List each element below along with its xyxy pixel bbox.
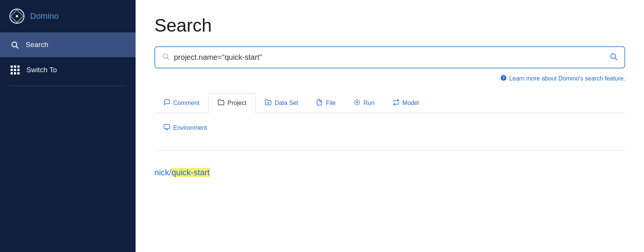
result-divider [154,150,625,150]
svg-point-1 [16,15,18,17]
sidebar-item-switch-to[interactable]: Switch To [0,57,136,83]
search-bar-container [154,46,625,68]
sidebar: Domino Search Switch To [0,0,136,252]
search-icon [11,41,19,49]
search-input[interactable] [174,53,609,62]
tab-comment-label: Comment [173,100,199,106]
result-link[interactable]: nick/quick-start [154,168,210,177]
file-icon [316,99,323,107]
domino-logo-icon [9,8,25,24]
environment-icon [163,124,170,132]
svg-line-3 [16,46,18,48]
result-highlight: quick-start [171,168,209,177]
svg-point-13 [354,100,360,105]
filter-tabs: Comment Project Data Set [154,93,625,113]
tab-dataset-label: Data Set [275,100,298,106]
svg-point-12 [356,101,358,103]
learn-more-link[interactable]: ? Learn more about Domino's search featu… [500,74,625,83]
svg-line-5 [167,58,169,60]
tab-project[interactable]: Project [208,93,256,113]
search-result: nick/quick-start [154,161,625,184]
logo-text: Domino [30,11,59,21]
search-submit-icon[interactable] [609,52,618,62]
main-content: Search ? Learn more about Domi [136,0,644,252]
model-icon [393,99,400,107]
result-prefix: nick/ [154,168,171,177]
tab-environment-label: Environment [173,124,207,131]
learn-more-row: ? Learn more about Domino's search featu… [154,74,625,83]
sidebar-switch-to-label: Switch To [26,66,57,74]
logo-area: Domino [0,0,136,32]
tab-project-label: Project [227,100,246,106]
tab-file-label: File [326,100,336,106]
search-icon-left [162,53,169,62]
filter-tabs-row2: Environment [154,113,625,143]
sidebar-divider [9,86,127,86]
project-icon [218,99,224,107]
tab-file[interactable]: File [307,94,345,113]
tab-comment[interactable]: Comment [154,94,208,113]
tab-run-label: Run [363,100,374,106]
page-title: Search [154,15,625,36]
grid-icon [11,65,20,74]
dataset-icon [265,99,272,107]
sidebar-search-label: Search [26,41,48,49]
tab-environment[interactable]: Environment [154,118,216,137]
comment-icon [163,99,170,107]
svg-line-7 [615,58,617,60]
tab-run[interactable]: Run [345,94,383,113]
sidebar-item-search[interactable]: Search [0,32,136,57]
tab-model-label: Model [403,100,419,106]
learn-more-text: Learn more about Domino's search feature… [509,75,625,82]
svg-rect-14 [164,124,170,129]
help-icon: ? [500,74,507,83]
tab-dataset[interactable]: Data Set [256,94,307,113]
tab-model[interactable]: Model [384,94,428,113]
svg-text:?: ? [502,76,505,80]
run-icon [354,99,360,107]
